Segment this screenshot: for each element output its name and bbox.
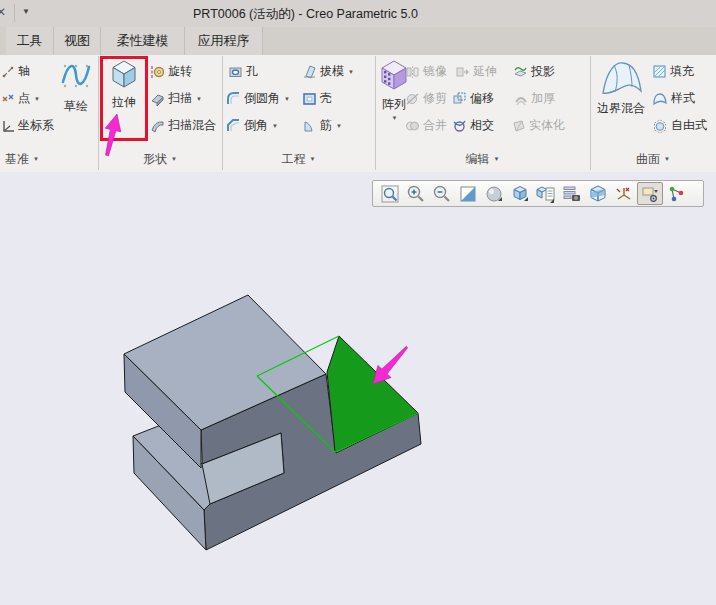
display-style-button[interactable] [481,182,507,205]
group-label-edit[interactable]: 编辑▼ [375,147,590,171]
refit-button[interactable] [377,182,403,205]
button-label: 投影 [531,63,555,80]
button-label: 偏移 [470,90,494,107]
chevron-down-icon: ▼ [392,115,398,121]
button-label: 修剪 [423,90,447,107]
tab-flexible-modeling[interactable]: 柔性建模 [101,27,185,55]
close-icon[interactable]: ✕ [0,5,6,19]
button-label: 样式 [671,90,695,107]
trim-icon [405,91,420,106]
divider [14,4,15,22]
chevron-down-icon: ▼ [348,69,354,75]
swept-blend-icon [150,118,165,133]
button-chamfer[interactable]: 倒角 ▼ [226,117,278,134]
zoom-out-button[interactable] [429,182,455,205]
button-label: 旋转 [168,63,192,80]
button-style[interactable]: 样式 [652,90,695,107]
views-cube-icon [510,184,530,204]
solidify-icon [511,118,526,133]
button-trim[interactable]: 修剪 [405,90,447,107]
zoom-in-icon [406,184,426,204]
button-point[interactable]: 点 ▼ [1,90,40,107]
group-label-datum[interactable]: 基准▼ [0,147,70,171]
quick-access-dropdown-icon[interactable]: ▼ [22,7,30,16]
chevron-down-icon: ▼ [196,96,202,102]
thicken-icon [513,91,528,106]
axis-icon [1,65,15,79]
button-csys[interactable]: 坐标系 [1,117,54,134]
button-offset[interactable]: 偏移 [452,90,494,107]
intersect-icon [452,118,467,133]
repaint-icon [458,184,478,204]
group-label-text: 形状 [143,151,167,168]
button-mirror[interactable]: 镜像 [405,63,447,80]
tab-applications[interactable]: 应用程序 [185,27,263,55]
button-sketch[interactable]: 草绘 [54,58,98,115]
button-label: 加厚 [531,90,555,107]
button-label: 草绘 [64,98,88,115]
group-label-text: 工程 [282,151,306,168]
button-label: 相交 [470,117,494,134]
saved-orientations-button[interactable] [507,182,533,205]
button-label: 边界混合 [597,100,645,117]
button-boundary-blend[interactable]: 边界混合 [592,57,650,117]
button-round[interactable]: 倒圆角 ▼ [226,90,290,107]
capture-display-button[interactable] [559,182,585,205]
offset-icon [452,91,467,106]
view-manager-button[interactable] [533,182,559,205]
group-label-text: 基准 [5,151,29,168]
button-rib[interactable]: 筋 ▼ [302,117,342,134]
button-project[interactable]: 投影 [513,63,555,80]
button-label: 点 [18,90,30,107]
button-draft[interactable]: 拔模 ▼ [302,63,354,80]
chevron-down-icon: ▼ [494,156,500,162]
button-label: 孔 [246,63,258,80]
button-hole[interactable]: 孔 [228,63,258,80]
button-sweep[interactable]: 扫描 ▼ [150,90,202,107]
hole-icon [228,64,243,79]
csys-icon [1,119,15,133]
graphics-toolbar [372,180,704,207]
graphics-area[interactable] [0,172,716,605]
group-label-surfaces[interactable]: 曲面▼ [590,147,716,171]
freestyle-icon [652,118,668,134]
section-view-button[interactable] [585,182,611,205]
chevron-down-icon: ▼ [310,156,316,162]
button-shell[interactable]: 壳 [302,90,332,107]
tab-view[interactable]: 视图 [54,27,101,55]
extend-icon [455,64,470,79]
sweep-icon [150,91,165,106]
datum-display-button[interactable] [611,182,637,205]
refit-icon [380,184,400,204]
button-thicken[interactable]: 加厚 [513,90,555,107]
button-extend[interactable]: 延伸 [455,63,497,80]
button-swept-blend[interactable]: 扫描混合 [150,117,216,134]
button-freestyle[interactable]: 自由式 [652,117,707,134]
section-icon [588,184,608,204]
boundary-blend-icon [598,57,644,99]
tab-tools[interactable]: 工具 [6,27,54,55]
zoom-in-button[interactable] [403,182,429,205]
callout-arrow-selected-face [373,346,408,384]
button-revolve[interactable]: 旋转 [150,63,192,80]
button-label: 扫描混合 [168,117,216,134]
button-axis[interactable]: 轴 [1,63,30,80]
button-label: 阵列 [382,96,406,113]
button-fill[interactable]: 填充 [652,63,694,80]
group-label-engineering[interactable]: 工程▼ [222,147,375,171]
shell-icon [302,91,317,106]
button-solidify[interactable]: 实体化 [511,117,565,134]
spin-center-button[interactable] [663,182,689,205]
group-label-text: 曲面 [636,151,660,168]
merge-icon [405,118,420,133]
chevron-down-icon: ▼ [336,123,342,129]
annotation-display-button[interactable] [637,182,663,205]
button-merge[interactable]: 合并 [405,117,447,134]
chevron-down-icon: ▼ [284,96,290,102]
creo-window: ✕ ▼ PRT0006 (活动的) - Creo Parametric 5.0 … [0,0,716,605]
chevron-down-icon: ▼ [34,96,40,102]
repaint-button[interactable] [455,182,481,205]
button-label: 延伸 [473,63,497,80]
button-intersect[interactable]: 相交 [452,117,494,134]
rib-icon [302,118,317,133]
